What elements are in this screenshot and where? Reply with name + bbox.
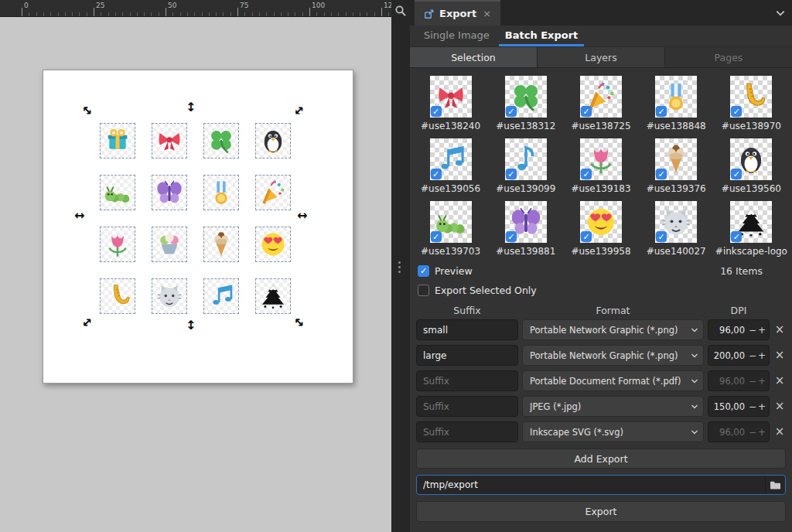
- dpi-increase-button[interactable]: +: [757, 402, 766, 411]
- item-checkbox[interactable]: ✓: [506, 106, 517, 117]
- thumbnail-caterpillar[interactable]: ✓: [430, 201, 472, 243]
- selection-handle-ne[interactable]: ↔: [291, 103, 307, 119]
- dpi-decrease-button[interactable]: −: [748, 428, 757, 437]
- suffix-input[interactable]: [416, 396, 518, 417]
- export-item[interactable]: ✓#use138240: [413, 76, 488, 131]
- format-select[interactable]: Portable Network Graphic (*.png): [522, 345, 704, 366]
- export-path-input[interactable]: [417, 479, 765, 490]
- export-item[interactable]: ✓#use139376: [639, 138, 714, 194]
- export-item[interactable]: ✓#inkscape-logo: [714, 201, 789, 257]
- canvas-object-notes[interactable]: [203, 278, 239, 314]
- suffix-input[interactable]: [416, 421, 518, 442]
- export-item[interactable]: ✓#use138312: [488, 76, 563, 131]
- export-selected-only-checkbox[interactable]: ✓: [418, 285, 429, 296]
- magnifier-icon[interactable]: [394, 5, 407, 17]
- dpi-spinner[interactable]: 96,00−+: [708, 421, 770, 442]
- panel-resize-grip[interactable]: [398, 261, 401, 273]
- tab-single-image[interactable]: Single Image: [418, 26, 496, 46]
- dock-menu-chevron-icon[interactable]: [775, 8, 786, 19]
- export-item[interactable]: ✓#use139881: [488, 201, 563, 257]
- canvas-object-cat[interactable]: [152, 278, 187, 314]
- dpi-spinner[interactable]: 96,00−+: [708, 319, 770, 340]
- dpi-increase-button[interactable]: +: [757, 428, 766, 437]
- canvas-object-softserve[interactable]: [203, 227, 239, 262]
- folder-browse-button[interactable]: [765, 476, 785, 494]
- item-checkbox[interactable]: ✓: [506, 231, 517, 242]
- canvas-object-saxophone[interactable]: [100, 278, 135, 314]
- item-checkbox[interactable]: ✓: [731, 231, 742, 242]
- subtab-layers[interactable]: Layers: [538, 47, 665, 67]
- export-dialog-tab[interactable]: Export ×: [415, 0, 500, 26]
- horizontal-ruler[interactable]: 0255075100125: [0, 0, 391, 17]
- canvas-object-inkscape[interactable]: [255, 278, 291, 314]
- export-item[interactable]: ✓#use138970: [714, 76, 789, 131]
- canvas[interactable]: ↔ ↕ ↔ ↔ ↔ ↔ ↕ ↔: [0, 17, 391, 532]
- selection-handle-nw[interactable]: ↔: [79, 103, 95, 119]
- canvas-object-gift[interactable]: [100, 123, 135, 159]
- thumbnail-note[interactable]: ✓: [505, 138, 547, 180]
- selection-handle-n[interactable]: ↕: [186, 101, 196, 114]
- suffix-input[interactable]: [416, 345, 518, 366]
- export-item[interactable]: ✓#use140027: [639, 201, 714, 257]
- tab-batch-export[interactable]: Batch Export: [499, 26, 585, 46]
- format-select[interactable]: Portable Network Graphic (*.png): [522, 319, 704, 340]
- selection-handle-se[interactable]: ↔: [291, 315, 307, 331]
- dpi-decrease-button[interactable]: −: [748, 326, 757, 335]
- canvas-object-butterfly[interactable]: [152, 175, 187, 210]
- export-item[interactable]: ✓#use138848: [639, 76, 714, 131]
- canvas-object-clover[interactable]: [203, 123, 239, 159]
- selection-handle-s[interactable]: ↕: [186, 319, 196, 332]
- export-item[interactable]: ✓#use138725: [563, 76, 638, 131]
- dpi-decrease-button[interactable]: −: [748, 402, 757, 411]
- thumbnail-notes[interactable]: ✓: [430, 138, 472, 180]
- item-checkbox[interactable]: ✓: [656, 169, 667, 179]
- item-checkbox[interactable]: ✓: [731, 106, 742, 117]
- canvas-object-sundae[interactable]: [152, 227, 187, 262]
- dpi-decrease-button[interactable]: −: [748, 351, 757, 360]
- item-checkbox[interactable]: ✓: [431, 106, 442, 117]
- item-checkbox[interactable]: ✓: [506, 169, 517, 179]
- thumbnail-softserve[interactable]: ✓: [655, 138, 697, 180]
- suffix-input[interactable]: [416, 370, 518, 391]
- item-checkbox[interactable]: ✓: [656, 106, 667, 117]
- panel-splitter[interactable]: [391, 0, 410, 532]
- canvas-object-heart-eyes[interactable]: [255, 227, 291, 262]
- add-export-button[interactable]: Add Export: [416, 448, 786, 469]
- thumbnail-penguin[interactable]: ✓: [730, 138, 772, 180]
- format-select[interactable]: Inkscape SVG (*.svg): [522, 421, 704, 442]
- export-item[interactable]: ✓#use139560: [714, 138, 789, 194]
- export-item[interactable]: ✓#use139056: [413, 138, 488, 194]
- thumbnail-tulip[interactable]: ✓: [580, 138, 622, 180]
- export-button[interactable]: Export: [416, 501, 786, 522]
- canvas-object-caterpillar[interactable]: [100, 175, 135, 210]
- subtab-pages[interactable]: Pages: [665, 47, 792, 67]
- thumbnail-saxophone[interactable]: ✓: [730, 76, 772, 118]
- thumbnail-cat[interactable]: ✓: [655, 201, 697, 243]
- subtab-selection[interactable]: Selection: [410, 47, 538, 67]
- remove-export-button[interactable]: ×: [773, 350, 786, 361]
- remove-export-button[interactable]: ×: [773, 375, 786, 387]
- dpi-spinner[interactable]: 96,00−+: [708, 370, 770, 391]
- dpi-spinner[interactable]: 150,00−+: [708, 396, 770, 417]
- item-checkbox[interactable]: ✓: [431, 231, 442, 242]
- item-checkbox[interactable]: ✓: [581, 169, 592, 179]
- selection-handle-e[interactable]: ↔: [297, 210, 307, 222]
- thumbnail-medal[interactable]: ✓: [655, 76, 697, 118]
- selection-handle-sw[interactable]: ↔: [79, 315, 95, 331]
- remove-export-button[interactable]: ×: [773, 401, 786, 412]
- dpi-increase-button[interactable]: +: [757, 377, 766, 386]
- thumbnail-heart-eyes[interactable]: ✓: [580, 201, 622, 243]
- suffix-input[interactable]: [416, 319, 518, 340]
- close-dialog-button[interactable]: ×: [483, 8, 491, 19]
- page[interactable]: ↔ ↕ ↔ ↔ ↔ ↔ ↕ ↔: [43, 70, 353, 384]
- selection-handle-w[interactable]: ↔: [74, 210, 84, 222]
- canvas-object-penguin[interactable]: [255, 123, 291, 159]
- preview-checkbox[interactable]: ✓: [418, 265, 429, 277]
- export-item[interactable]: ✓#use139703: [413, 201, 488, 257]
- item-checkbox[interactable]: ✓: [581, 231, 592, 242]
- export-item[interactable]: ✓#use139183: [563, 138, 638, 194]
- thumbnail-inkscape[interactable]: ✓: [730, 201, 772, 243]
- remove-export-button[interactable]: ×: [773, 426, 786, 438]
- format-select[interactable]: Portable Document Format (*.pdf): [522, 370, 704, 391]
- thumbnail-bow[interactable]: ✓: [430, 76, 472, 118]
